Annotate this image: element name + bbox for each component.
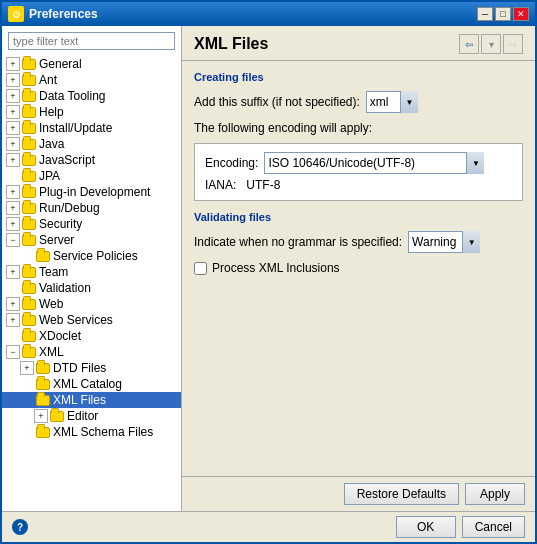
- process-inclusions-label: Process XML Inclusions: [212, 261, 340, 275]
- tree-label-web-services: Web Services: [39, 313, 113, 327]
- expander-ant[interactable]: +: [6, 73, 20, 87]
- tree-label-data-tooling: Data Tooling: [39, 89, 106, 103]
- expander-plugin-dev[interactable]: +: [6, 185, 20, 199]
- tree-item-web-services[interactable]: + Web Services: [2, 312, 181, 328]
- folder-icon-validation: [22, 283, 36, 294]
- folder-icon-web: [22, 299, 36, 310]
- right-content: Creating files Add this suffix (if not s…: [182, 61, 535, 476]
- tree-item-xml-files[interactable]: XML Files: [2, 392, 181, 408]
- tree-label-security: Security: [39, 217, 82, 231]
- tree-item-xml[interactable]: − XML: [2, 344, 181, 360]
- tree-item-editor[interactable]: + Editor: [2, 408, 181, 424]
- restore-defaults-button[interactable]: Restore Defaults: [344, 483, 459, 505]
- expander-javascript[interactable]: +: [6, 153, 20, 167]
- tree-item-data-tooling[interactable]: + Data Tooling: [2, 88, 181, 104]
- tree-item-web[interactable]: + Web: [2, 296, 181, 312]
- nav-dropdown-button[interactable]: ▾: [481, 34, 501, 54]
- tree-item-team[interactable]: + Team: [2, 264, 181, 280]
- tree-item-security[interactable]: + Security: [2, 216, 181, 232]
- expander-server[interactable]: −: [6, 233, 20, 247]
- tree-item-java[interactable]: + Java: [2, 136, 181, 152]
- folder-icon-xml-files: [36, 395, 50, 406]
- process-inclusions-checkbox[interactable]: [194, 262, 207, 275]
- tree-item-ant[interactable]: + Ant: [2, 72, 181, 88]
- tree-label-xdoclet: XDoclet: [39, 329, 81, 343]
- folder-icon-data-tooling: [22, 91, 36, 102]
- nav-buttons: ⇦ ▾ ⇨: [459, 34, 523, 54]
- minimize-button[interactable]: ─: [477, 7, 493, 21]
- cancel-button[interactable]: Cancel: [462, 516, 525, 538]
- suffix-select[interactable]: xml xsl xslt wsdl: [366, 91, 418, 113]
- grammar-select-wrapper: Warning Error Ignore ▼: [408, 231, 480, 253]
- expander-web[interactable]: +: [6, 297, 20, 311]
- tree: + General + Ant + Data Tooling +: [2, 54, 181, 511]
- encoding-description-label: The following encoding will apply:: [194, 121, 372, 135]
- folder-icon-general: [22, 59, 36, 70]
- folder-icon-install-update: [22, 123, 36, 134]
- tree-item-javascript[interactable]: + JavaScript: [2, 152, 181, 168]
- grammar-select[interactable]: Warning Error Ignore: [408, 231, 480, 253]
- tree-label-javascript: JavaScript: [39, 153, 95, 167]
- folder-icon-jpa: [22, 171, 36, 182]
- expander-team[interactable]: +: [6, 265, 20, 279]
- expander-data-tooling[interactable]: +: [6, 89, 20, 103]
- dialog-buttons: OK Cancel: [396, 516, 525, 538]
- tree-item-xml-schema-files[interactable]: XML Schema Files: [2, 424, 181, 440]
- tree-item-help[interactable]: + Help: [2, 104, 181, 120]
- expander-java[interactable]: +: [6, 137, 20, 151]
- tree-item-service-policies[interactable]: Service Policies: [2, 248, 181, 264]
- folder-icon-run-debug: [22, 203, 36, 214]
- right-panel: XML Files ⇦ ▾ ⇨ Creating files Add this …: [182, 26, 535, 511]
- expander-xml[interactable]: −: [6, 345, 20, 359]
- expander-security[interactable]: +: [6, 217, 20, 231]
- tree-label-web: Web: [39, 297, 63, 311]
- iana-label: IANA:: [205, 178, 236, 192]
- tree-item-xml-catalog[interactable]: XML Catalog: [2, 376, 181, 392]
- expander-dtd-files[interactable]: +: [20, 361, 34, 375]
- ok-button[interactable]: OK: [396, 516, 456, 538]
- tree-item-general[interactable]: + General: [2, 56, 181, 72]
- iana-row: IANA: UTF-8: [205, 178, 512, 192]
- folder-icon-xml-schema-files: [36, 427, 50, 438]
- back-button[interactable]: ⇦: [459, 34, 479, 54]
- tree-label-ant: Ant: [39, 73, 57, 87]
- tree-label-team: Team: [39, 265, 68, 279]
- folder-icon-server: [22, 235, 36, 246]
- forward-button[interactable]: ⇨: [503, 34, 523, 54]
- tree-label-editor: Editor: [67, 409, 98, 423]
- encoding-select[interactable]: ISO 10646/Unicode(UTF-8) UTF-16 US-ASCII…: [264, 152, 484, 174]
- filter-input[interactable]: [8, 32, 175, 50]
- validating-files-label: Validating files: [194, 211, 523, 223]
- tree-item-jpa[interactable]: JPA: [2, 168, 181, 184]
- folder-icon-ant: [22, 75, 36, 86]
- tree-item-dtd-files[interactable]: + DTD Files: [2, 360, 181, 376]
- maximize-button[interactable]: □: [495, 7, 511, 21]
- tree-item-install-update[interactable]: + Install/Update: [2, 120, 181, 136]
- help-icon[interactable]: ?: [12, 519, 28, 535]
- expander-general[interactable]: +: [6, 57, 20, 71]
- window-title: Preferences: [29, 7, 98, 21]
- process-inclusions-row: Process XML Inclusions: [194, 261, 523, 275]
- tree-item-validation[interactable]: Validation: [2, 280, 181, 296]
- title-bar: ⚙ Preferences ─ □ ✕: [2, 2, 535, 26]
- tree-label-jpa: JPA: [39, 169, 60, 183]
- tree-label-service-policies: Service Policies: [53, 249, 138, 263]
- apply-button[interactable]: Apply: [465, 483, 525, 505]
- expander-run-debug[interactable]: +: [6, 201, 20, 215]
- tree-label-run-debug: Run/Debug: [39, 201, 100, 215]
- close-button[interactable]: ✕: [513, 7, 529, 21]
- page-title: XML Files: [194, 35, 268, 53]
- tree-item-server[interactable]: − Server: [2, 232, 181, 248]
- expander-help[interactable]: +: [6, 105, 20, 119]
- expander-install-update[interactable]: +: [6, 121, 20, 135]
- folder-icon-web-services: [22, 315, 36, 326]
- tree-item-run-debug[interactable]: + Run/Debug: [2, 200, 181, 216]
- expander-web-services[interactable]: +: [6, 313, 20, 327]
- tree-item-xdoclet[interactable]: XDoclet: [2, 328, 181, 344]
- expander-editor[interactable]: +: [34, 409, 48, 423]
- tree-label-install-update: Install/Update: [39, 121, 112, 135]
- tree-item-plugin-dev[interactable]: + Plug-in Development: [2, 184, 181, 200]
- tree-label-validation: Validation: [39, 281, 91, 295]
- folder-icon-help: [22, 107, 36, 118]
- title-buttons: ─ □ ✕: [477, 7, 529, 21]
